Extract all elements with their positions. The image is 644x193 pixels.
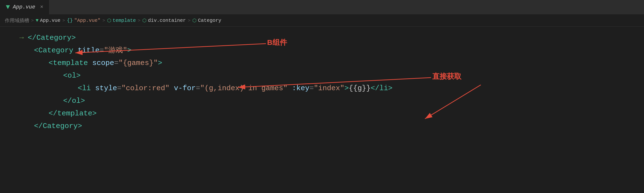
code-line-2: <template scope = "{games}" >: [20, 57, 644, 69]
li-close-tag: </li>: [370, 82, 392, 95]
equals-2: =: [114, 57, 118, 69]
code-line-4: <li style = "color:red" v-for = "(g,inde…: [20, 82, 644, 95]
tab-bar: ▼ App.vue ×: [0, 0, 644, 14]
ol-open-tag: <ol>: [63, 69, 80, 82]
vfor-value: "(g,index) in games": [200, 82, 288, 95]
breadcrumb-appvue: App.vue: [40, 18, 60, 23]
arrow-indicator: →: [20, 31, 24, 44]
mustache-g: {{g}}: [349, 82, 370, 95]
breadcrumb-template-label: template: [113, 18, 136, 23]
breadcrumb-appvue-str: "App.vue": [74, 18, 100, 23]
space-1: [170, 82, 174, 95]
li-close-bracket: >: [344, 82, 349, 95]
style-attr: style: [95, 82, 117, 95]
breadcrumb-sep-2: >: [62, 18, 65, 23]
code-editor: → </Category> <Category title = "游戏" > <…: [0, 27, 644, 137]
tab-close-button[interactable]: ×: [40, 4, 43, 10]
code-line-0: → </Category>: [20, 31, 644, 44]
breadcrumb-template-icon: ⬡: [107, 17, 111, 23]
vfor-directive: v-for: [174, 82, 196, 95]
breadcrumb-sep-4: >: [138, 18, 140, 23]
scope-value: "{games}": [118, 57, 158, 69]
breadcrumb-div-label: div.container: [148, 18, 186, 23]
equals-1: =: [100, 44, 104, 57]
breadcrumb-div-item: ⬡ div.container: [142, 17, 186, 23]
breadcrumb-template-item: ⬡ template: [107, 17, 136, 23]
style-value: "color:red": [122, 82, 170, 95]
closing-category-tag: </Category>: [28, 31, 76, 44]
code-line-5: </ol>: [20, 95, 644, 107]
category-close-bracket: >: [127, 44, 132, 57]
template-close-bracket: >: [158, 57, 162, 69]
code-line-3: <ol>: [20, 69, 644, 82]
breadcrumb-workspace: 作用域插槽: [5, 17, 29, 24]
breadcrumb-vue-icon: ▼: [36, 18, 38, 23]
tab-filename: App.vue: [13, 4, 35, 10]
equals-3: =: [117, 82, 122, 95]
key-directive: :key: [292, 82, 309, 95]
title-value: "游戏": [104, 44, 127, 57]
key-value: "index": [314, 82, 344, 95]
category-close-tag: </Category>: [34, 120, 82, 132]
breadcrumb-div-icon: ⬡: [142, 17, 146, 23]
breadcrumb-category-item: ⬡ Category: [192, 17, 221, 23]
equals-4: =: [196, 82, 200, 95]
breadcrumb: 作用域插槽 > ▼ App.vue > {} "App.vue" > ⬡ tem…: [0, 14, 644, 27]
active-tab[interactable]: ▼ App.vue ×: [0, 0, 49, 14]
breadcrumb-vue-icon-item: ▼ App.vue: [36, 18, 60, 23]
ol-close-tag: </ol>: [63, 95, 85, 107]
code-line-1: <Category title = "游戏" >: [20, 44, 644, 57]
breadcrumb-sep-3: >: [102, 18, 105, 23]
template-close-tag: </template>: [48, 107, 97, 120]
space-2: [288, 82, 292, 95]
breadcrumb-category-icon: ⬡: [192, 17, 196, 23]
template-open-tag: <template: [48, 57, 92, 69]
breadcrumb-category-label: Category: [198, 18, 221, 23]
code-line-7: </Category>: [20, 120, 644, 132]
breadcrumb-obj: {} "App.vue": [67, 18, 100, 23]
breadcrumb-sep-1: >: [31, 18, 34, 23]
breadcrumb-obj-icon: {}: [67, 18, 73, 23]
equals-5: =: [309, 82, 314, 95]
li-open-tag: <li: [78, 82, 95, 95]
breadcrumb-workspace-label: 作用域插槽: [5, 17, 29, 24]
code-line-6: </template>: [20, 107, 644, 120]
vue-logo-icon: ▼: [6, 3, 10, 11]
category-open-tag: <Category: [34, 44, 78, 57]
scope-attr: scope: [92, 57, 114, 69]
title-attr: title: [78, 44, 100, 57]
breadcrumb-sep-5: >: [188, 18, 190, 23]
